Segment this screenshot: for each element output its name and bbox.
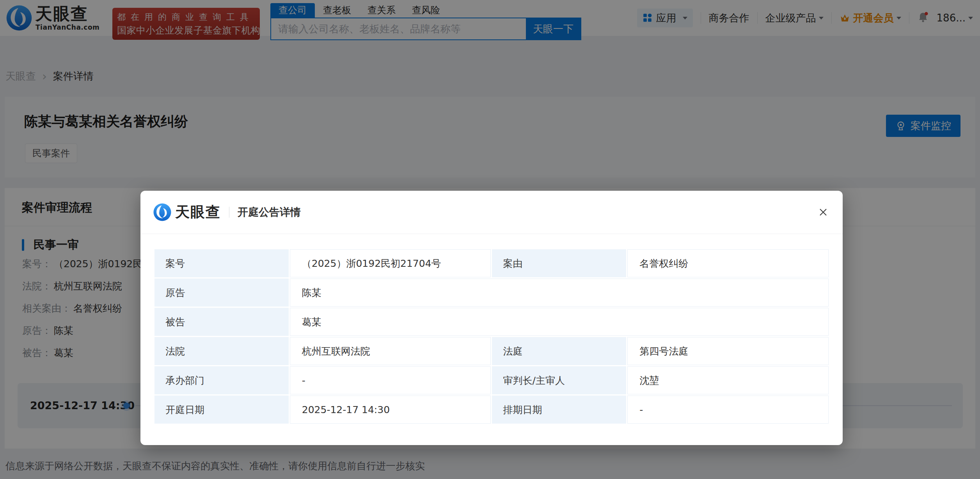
cell-value: - [627,396,829,424]
hearing-detail-table: 案号 （2025）浙0192民初21704号 案由 名誉权纠纷 原告 陈某 被告… [153,248,830,425]
table-row: 被告 葛某 [154,308,829,336]
modal-header-divider [229,207,229,218]
hearing-detail-modal: 天眼查 开庭公告详情 案号 （2025）浙0192民初21704号 案由 名誉权… [140,191,843,445]
table-row: 原告 陈某 [154,279,829,307]
modal-header: 天眼查 开庭公告详情 [140,191,843,234]
cell-value: - [290,366,491,394]
modal-title: 开庭公告详情 [238,205,301,219]
cell-value: 葛某 [290,308,829,336]
cell-label: 法院 [154,337,289,365]
cell-label: 开庭日期 [154,396,289,424]
modal-close-button[interactable] [817,206,830,219]
cell-value: 陈某 [290,279,829,307]
table-row: 承办部门 - 审判长/主审人 沈堃 [154,366,829,394]
cell-label: 承办部门 [154,366,289,394]
cell-label: 案由 [492,249,626,277]
cell-value: 名誉权纠纷 [627,249,829,277]
close-icon [817,206,829,218]
cell-value: 杭州互联网法院 [290,337,491,365]
table-row: 案号 （2025）浙0192民初21704号 案由 名誉权纠纷 [154,249,829,277]
cell-label: 审判长/主审人 [492,366,626,394]
cell-value: 沈堃 [627,366,829,394]
table-row: 开庭日期 2025-12-17 14:30 排期日期 - [154,396,829,424]
modal-body: 案号 （2025）浙0192民初21704号 案由 名誉权纠纷 原告 陈某 被告… [140,234,843,425]
cell-value: 第四号法庭 [627,337,829,365]
cell-label: 原告 [154,279,289,307]
cell-value: （2025）浙0192民初21704号 [290,249,491,277]
cell-label: 案号 [154,249,289,277]
table-row: 法院 杭州互联网法院 法庭 第四号法庭 [154,337,829,365]
cell-label: 被告 [154,308,289,336]
modal-brand-name: 天眼查 [175,202,221,222]
cell-value: 2025-12-17 14:30 [290,396,491,424]
cell-label: 排期日期 [492,396,626,424]
cell-label: 法庭 [492,337,626,365]
tianyancha-logo-icon [153,203,171,221]
